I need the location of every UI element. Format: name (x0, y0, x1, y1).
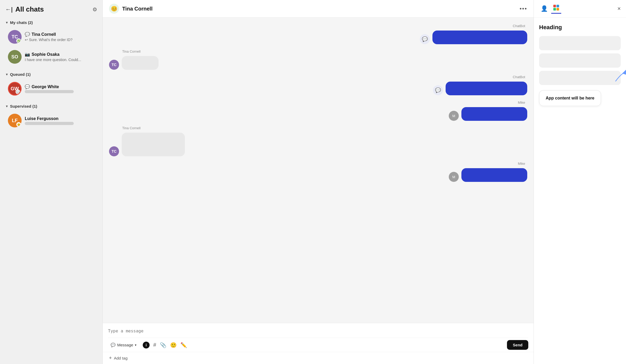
close-button[interactable]: × (617, 5, 621, 12)
sender-label-mike-1: Mike (109, 101, 527, 104)
section-my-chats[interactable]: ▼ My chats (2) (0, 18, 102, 27)
message-group-3: ChatBot 💬 (109, 75, 527, 95)
tab-app[interactable] (551, 4, 561, 14)
reply-icon: ↩ (25, 38, 28, 42)
chat-preview-sophie: I have one more question. Could... (25, 58, 95, 62)
sidebar-title: All chats (15, 5, 44, 13)
section-supervised[interactable]: ▼ Supervised (1) (0, 101, 102, 111)
sender-label-mike-2: Mike (109, 162, 527, 166)
sidebar-title-group: ←| All chats (5, 5, 44, 13)
contact-emoji: 😊 (109, 4, 119, 14)
message-bubble-5 (122, 133, 185, 156)
bot-avatar-1: 💬 (420, 34, 430, 44)
message-bubble-6 (461, 168, 527, 182)
app-content-text: App content will be here (546, 96, 594, 100)
avatar-sophie: SO (8, 50, 22, 64)
message-group-1: ChatBot 💬 (109, 24, 527, 44)
message-row-3: 💬 (109, 82, 527, 95)
avatar-luise: LF 😊 (8, 114, 22, 127)
message-type-button[interactable]: 💬 Message ▾ (108, 341, 139, 349)
chat-item-luise[interactable]: LF 😊 Luise Fergusson (3, 111, 100, 130)
sidebar: ←| All chats ⚙ ▼ My chats (2) TC ✅ 💬 Tin… (0, 0, 103, 364)
chevron-down-icon: ▼ (5, 104, 8, 108)
right-panel-tabs: 👤 (539, 4, 561, 14)
section-supervised-label: Supervised (1) (10, 104, 37, 108)
avatar-tina: TC ✅ (8, 30, 22, 44)
profile-icon: 👤 (541, 5, 548, 12)
right-panel-heading: Heading (539, 24, 621, 31)
attachment-icon[interactable]: 📎 (160, 342, 166, 348)
filter-icon[interactable]: ⚙ (92, 6, 97, 13)
chat-name-george: 💬 George White (25, 84, 95, 89)
message-bubble-4 (461, 107, 527, 121)
contact-name: Tina Cornell (122, 6, 152, 12)
message-input[interactable] (108, 327, 528, 337)
chat-info-luise: Luise Fergusson (25, 116, 95, 125)
skeleton-block-3 (539, 71, 621, 85)
message-group-6: Mike M (109, 162, 527, 182)
chat-info-sophie: 📷 Sophie Osaka I have one more question.… (25, 52, 95, 62)
message-type-label: Message (117, 343, 133, 347)
sidebar-header: ←| All chats ⚙ (0, 3, 102, 18)
messenger-icon-george: 💬 (25, 84, 30, 89)
chevron-down-icon: ▼ (5, 21, 8, 24)
sender-label-chatbot-1: ChatBot (109, 24, 527, 28)
app-content-box: App content will be here (539, 90, 601, 106)
emoji-icon[interactable]: 🙂 (170, 342, 177, 348)
add-tag-row[interactable]: + Add tag (103, 352, 534, 364)
messages-container: ChatBot 💬 Tina Cornell TC ChatBot 💬 Mike (103, 18, 534, 323)
chat-preview-george (25, 90, 95, 93)
right-panel-header: 👤 × (534, 0, 626, 18)
avatar-badge-george: 💬 (16, 89, 20, 94)
tina-avatar-msg-2: TC (109, 146, 119, 156)
magic-icon[interactable]: ✏️ (180, 342, 187, 348)
message-row-6: M (109, 168, 527, 182)
bot-avatar-2: 💬 (433, 85, 443, 95)
chat-item-tina[interactable]: TC ✅ 💬 Tina Cornell ↩ Sure. What's the o… (3, 27, 100, 46)
chevron-down-icon: ▼ (5, 73, 8, 76)
instagram-icon: 📷 (25, 52, 30, 57)
skeleton-luise (25, 122, 74, 125)
section-queued-label: Queued (1) (10, 72, 31, 77)
add-tag-label: Add tag (114, 356, 128, 360)
chat-input-area: 💬 Message ▾ i # 📎 🙂 ✏️ Send (103, 323, 534, 352)
message-group-4: Mike M (109, 101, 527, 121)
chat-item-george[interactable]: GW 💬 💬 George White (3, 79, 100, 98)
message-bubble-1 (432, 31, 527, 44)
chevron-down-icon: ▾ (135, 343, 136, 347)
skeleton-block-1 (539, 36, 621, 50)
back-arrow-icon[interactable]: ←| (5, 6, 13, 13)
more-options-icon[interactable]: ••• (520, 5, 527, 12)
message-row-2: TC (109, 56, 527, 70)
chat-bubble-icon: 💬 (111, 343, 116, 347)
send-button[interactable]: Send (507, 340, 528, 350)
skeleton-george (25, 90, 74, 93)
app-icon (553, 4, 560, 13)
info-icon[interactable]: i (143, 342, 150, 348)
svg-rect-2 (553, 8, 556, 11)
message-row-5: TC (109, 133, 527, 156)
chat-preview-tina: ↩ Sure. What's the order ID? (25, 38, 95, 42)
sender-label-tina-2: Tina Cornell (109, 126, 527, 130)
tab-profile[interactable]: 👤 (539, 4, 549, 14)
chat-item-sophie[interactable]: SO 📷 Sophie Osaka I have one more questi… (3, 47, 100, 66)
chat-main: 😊 Tina Cornell ••• ChatBot 💬 Tina Cornel… (103, 0, 534, 364)
sender-label-chatbot-2: ChatBot (109, 75, 527, 79)
svg-rect-1 (556, 5, 559, 7)
right-panel-content: Heading App content will be here (534, 18, 626, 364)
avatar-badge-tina: ✅ (16, 38, 21, 43)
svg-rect-0 (553, 5, 556, 7)
arrow-indicator (613, 68, 626, 84)
hashtag-icon[interactable]: # (153, 342, 156, 348)
chat-info-george: 💬 George White (25, 84, 95, 93)
section-queued[interactable]: ▼ Queued (1) (0, 69, 102, 79)
skeleton-block-2 (539, 53, 621, 68)
chat-name-luise: Luise Fergusson (25, 116, 95, 121)
chat-header: 😊 Tina Cornell ••• (103, 0, 534, 18)
mike-avatar-1: M (449, 111, 459, 121)
chat-header-left: 😊 Tina Cornell (109, 4, 152, 14)
message-group-2: Tina Cornell TC (109, 49, 527, 70)
plus-icon: + (109, 355, 112, 361)
section-my-chats-label: My chats (2) (10, 20, 33, 25)
message-row-4: M (109, 107, 527, 121)
